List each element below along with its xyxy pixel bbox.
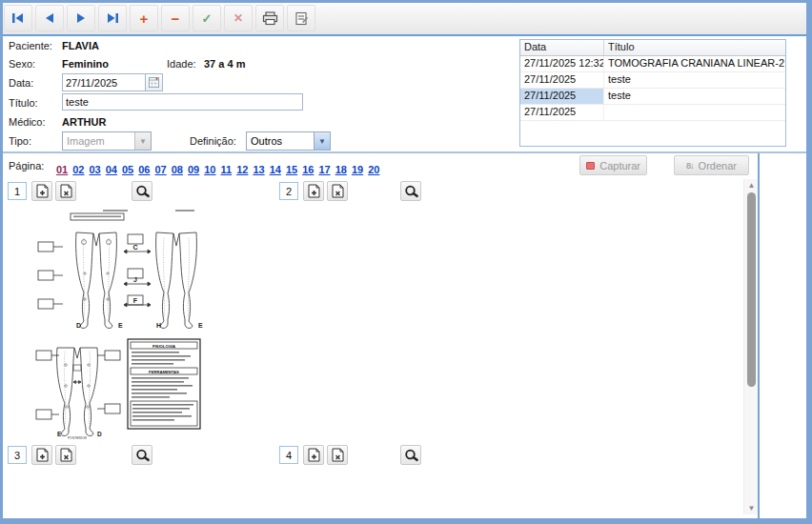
edit-document-button[interactable] xyxy=(287,5,315,31)
page-link-06[interactable]: 06 xyxy=(138,164,150,175)
page1-number-box: 1 xyxy=(8,182,27,200)
page3-zoom-button[interactable] xyxy=(132,445,152,465)
first-record-button[interactable] xyxy=(4,5,32,31)
sort-icon: 8↓ xyxy=(686,161,694,171)
cell-titulo[interactable]: teste xyxy=(604,72,785,88)
cell-data[interactable]: 27/11/2025 xyxy=(520,105,604,120)
page4-zoom-button[interactable] xyxy=(400,445,421,465)
page2-zoom-button[interactable] xyxy=(400,181,421,201)
page3-number-box: 3 xyxy=(8,446,27,464)
page-link-05[interactable]: 05 xyxy=(122,164,133,175)
page-link-12[interactable]: 12 xyxy=(236,164,248,175)
edit-document-icon xyxy=(294,11,309,26)
page-link-08[interactable]: 08 xyxy=(172,164,183,175)
diagram-letter-j: J xyxy=(133,276,137,283)
page-link-10[interactable]: 10 xyxy=(204,164,215,175)
capture-button[interactable]: Capturar xyxy=(579,155,647,175)
page3-delete-button[interactable] xyxy=(55,445,76,465)
type-combo: Imagem ▼ xyxy=(62,131,152,151)
doctor-value: ARTHUR xyxy=(62,116,106,128)
page4-add-button[interactable] xyxy=(303,445,324,465)
page2-add-button[interactable] xyxy=(303,181,324,201)
remove-record-button[interactable]: − xyxy=(161,5,190,31)
prev-record-button[interactable] xyxy=(35,5,64,31)
table-row[interactable]: 27/11/2025teste xyxy=(520,72,785,89)
page1-add-button[interactable] xyxy=(31,181,52,201)
x-icon: ✕ xyxy=(233,11,243,25)
table-row[interactable]: 27/11/2025 12:32:5TOMOGRAFIA CRANIANA LI… xyxy=(520,56,785,72)
table-row[interactable]: 27/11/2025teste xyxy=(520,89,785,105)
legend-ferramentas-title: FERRAMENTAS xyxy=(149,370,179,374)
print-button[interactable] xyxy=(255,5,284,31)
check-icon: ✓ xyxy=(202,11,213,26)
page3-add-button[interactable] xyxy=(31,445,52,465)
page1-delete-button[interactable] xyxy=(55,181,76,201)
cell-titulo[interactable]: teste xyxy=(604,89,785,104)
exam-table-header: Data Título xyxy=(520,40,785,56)
column-header-data[interactable]: Data xyxy=(520,40,604,55)
add-record-button[interactable]: + xyxy=(130,5,158,31)
doc-x-icon xyxy=(60,184,72,198)
page2-delete-button[interactable] xyxy=(327,181,348,201)
page-link-15[interactable]: 15 xyxy=(286,164,297,175)
page-link-19[interactable]: 19 xyxy=(352,164,363,175)
patient-label: Paciente: xyxy=(9,40,52,51)
page4-delete-button[interactable] xyxy=(327,445,348,465)
diagram-letter-f: F xyxy=(133,297,138,304)
page-label: Página: xyxy=(9,160,44,171)
page-link-14[interactable]: 14 xyxy=(270,164,281,175)
page-link-03[interactable]: 03 xyxy=(90,164,101,175)
page-link-04[interactable]: 04 xyxy=(106,164,117,175)
page-link-01[interactable]: 01 xyxy=(56,164,68,175)
sex-value: Feminino xyxy=(62,58,109,70)
sex-label: Sexo: xyxy=(9,58,35,70)
right-panel-divider xyxy=(758,153,760,518)
magnifier-icon xyxy=(135,449,150,462)
page-link-09[interactable]: 09 xyxy=(188,164,199,175)
age-label: Idade: xyxy=(167,58,196,70)
page-link-17[interactable]: 17 xyxy=(318,164,330,175)
date-input[interactable] xyxy=(62,73,146,91)
cell-titulo[interactable] xyxy=(604,105,785,120)
page-link-18[interactable]: 18 xyxy=(335,164,347,175)
cell-titulo[interactable]: TOMOGRAFIA CRANIANA LINEAR-2 xyxy=(604,56,785,71)
last-record-button[interactable] xyxy=(98,5,127,31)
last-record-icon xyxy=(105,12,120,24)
exam-table-body: 27/11/2025 12:32:5TOMOGRAFIA CRANIANA LI… xyxy=(520,56,785,121)
definition-combo[interactable]: Outros ▼ xyxy=(246,131,331,151)
vertical-scrollbar[interactable]: ▲ ▼ xyxy=(743,179,758,514)
calendar-button[interactable] xyxy=(146,73,163,91)
scroll-thumb[interactable] xyxy=(747,192,756,387)
sort-button[interactable]: 8↓ Ordenar xyxy=(674,155,749,175)
table-row[interactable]: 27/11/2025 xyxy=(520,105,785,121)
page-link-20[interactable]: 20 xyxy=(368,164,379,175)
diagram-letter-e: E xyxy=(118,322,123,329)
page-link-16[interactable]: 16 xyxy=(302,164,314,175)
exam-table: Data Título 27/11/2025 12:32:5TOMOGRAFIA… xyxy=(519,39,786,147)
scroll-up-button[interactable]: ▲ xyxy=(746,181,757,190)
page1-zoom-button[interactable] xyxy=(132,181,152,201)
date-label: Data: xyxy=(9,77,33,89)
minus-icon: − xyxy=(172,10,180,27)
diagram-letter-h: H xyxy=(156,322,161,329)
section-divider xyxy=(3,151,806,153)
next-record-button[interactable] xyxy=(67,5,95,31)
cell-data[interactable]: 27/11/2025 xyxy=(520,72,604,88)
scroll-down-button[interactable]: ▼ xyxy=(746,504,757,513)
confirm-button[interactable]: ✓ xyxy=(193,5,221,31)
cell-data[interactable]: 27/11/2025 12:32:5 xyxy=(520,56,604,71)
page-link-07[interactable]: 07 xyxy=(155,164,167,175)
page-links: 0102030405060708091011121314151617181920 xyxy=(56,160,371,177)
page-link-13[interactable]: 13 xyxy=(253,164,264,175)
doc-x-icon xyxy=(332,184,344,198)
cell-data[interactable]: 27/11/2025 xyxy=(520,89,604,104)
title-input[interactable] xyxy=(62,93,303,111)
cancel-button[interactable]: ✕ xyxy=(224,5,253,31)
diagram-legend: FISIOLOGIA FERRAMENTAS xyxy=(128,339,200,429)
page-link-11[interactable]: 11 xyxy=(221,164,233,175)
definition-label: Definição: xyxy=(190,135,236,147)
column-header-titulo[interactable]: Título xyxy=(604,40,785,55)
page-link-02[interactable]: 02 xyxy=(72,164,84,175)
page1-image[interactable]: C J F D E H E xyxy=(34,208,208,441)
capture-label: Capturar xyxy=(599,160,640,171)
